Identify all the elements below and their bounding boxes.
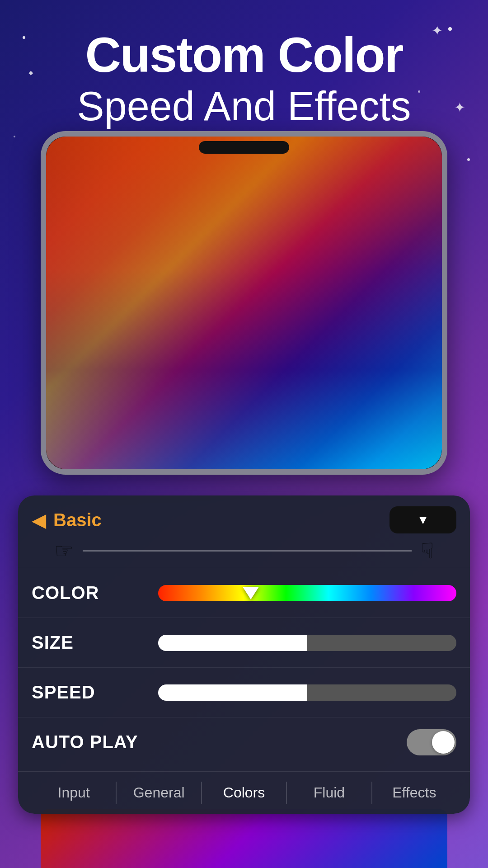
autoplay-control-row: AUTO PLAY	[18, 717, 470, 767]
panel-header: ◀ Basic ▼	[18, 495, 470, 538]
header-title-line2: Speed And Effects	[0, 82, 488, 131]
speed-label: SPEED	[32, 682, 158, 703]
swipe-hints: ☞ ☟	[18, 538, 470, 568]
speed-slider-area[interactable]	[158, 681, 456, 704]
bottom-nav: Input General Colors Fluid Effects	[18, 771, 470, 805]
speed-slider-track[interactable]	[158, 684, 456, 701]
color-slider-track[interactable]	[158, 585, 456, 601]
swipe-right-icon: ☟	[421, 538, 434, 563]
autoplay-toggle[interactable]	[407, 729, 456, 755]
header-title-line1: Custom Color	[0, 27, 488, 82]
swipe-line	[83, 550, 412, 552]
nav-item-effects[interactable]: Effects	[372, 781, 456, 805]
panel-title: Basic	[53, 510, 102, 530]
toggle-thumb	[432, 731, 455, 754]
header: Custom Color Speed And Effects	[0, 27, 488, 131]
dropdown-arrow-icon: ▼	[417, 513, 429, 527]
size-slider-track[interactable]	[158, 635, 456, 651]
color-label: COLOR	[32, 583, 158, 603]
speed-control-row: SPEED	[18, 667, 470, 717]
nav-item-colors[interactable]: Colors	[202, 781, 286, 805]
phone-notch	[199, 141, 289, 154]
swipe-left-icon: ☞	[54, 538, 74, 563]
color-control-row: COLOR	[18, 568, 470, 618]
panel-dropdown[interactable]: ▼	[389, 506, 456, 533]
phone-side-button	[442, 227, 447, 263]
nav-item-fluid[interactable]: Fluid	[287, 781, 371, 805]
panel-back-arrow[interactable]: ◀	[32, 509, 46, 531]
control-panel: ◀ Basic ▼ ☞ ☟ COLOR SIZE SPEED AUT	[18, 495, 470, 814]
phone-screen	[46, 137, 442, 469]
nav-item-input[interactable]: Input	[32, 781, 116, 805]
size-control-row: SIZE	[18, 618, 470, 667]
screen-overlay	[46, 137, 442, 469]
autoplay-label: AUTO PLAY	[32, 732, 158, 752]
size-label: SIZE	[32, 632, 158, 653]
size-slider-area[interactable]	[158, 632, 456, 654]
color-slider-area[interactable]	[158, 582, 456, 604]
autoplay-toggle-container[interactable]	[158, 729, 456, 755]
phone-mockup	[41, 131, 447, 475]
nav-item-general[interactable]: General	[117, 781, 201, 805]
color-slider-thumb	[243, 587, 259, 599]
bottom-preview	[41, 809, 447, 868]
